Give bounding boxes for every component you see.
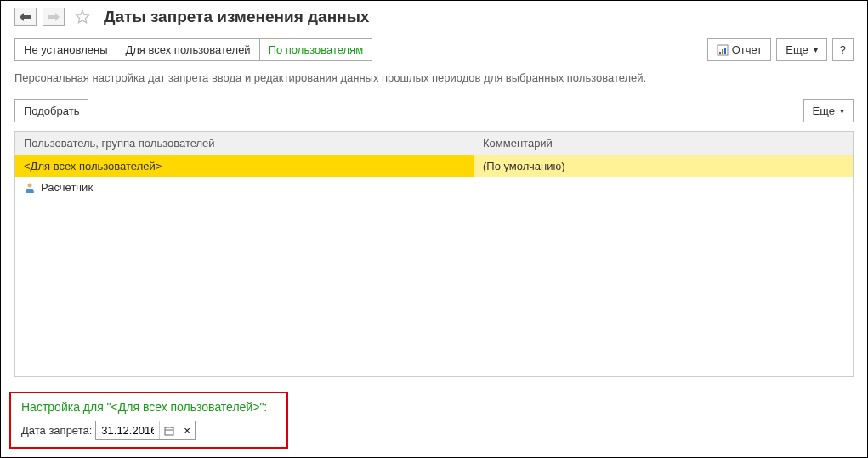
column-comment[interactable]: Комментарий	[474, 132, 853, 155]
select-button[interactable]: Подобрать	[14, 99, 88, 122]
favorite-star-icon[interactable]	[75, 9, 90, 25]
cell-comment: (По умолчанию)	[474, 155, 853, 177]
settings-panel: Настройка для "<Для всех пользователей>"…	[9, 392, 288, 449]
column-user[interactable]: Пользователь, группа пользователей	[15, 132, 474, 155]
svg-rect-1	[719, 52, 721, 54]
more-button[interactable]: Еще ▾	[776, 38, 826, 61]
description-text: Персональная настройка дат запрета ввода…	[1, 66, 867, 94]
users-table: Пользователь, группа пользователей Комме…	[14, 131, 854, 377]
date-label: Дата запрета:	[21, 424, 92, 437]
forward-button[interactable]	[43, 8, 65, 26]
calendar-icon	[164, 426, 174, 436]
calendar-button[interactable]	[159, 421, 179, 439]
tab-by-users[interactable]: По пользователям	[259, 38, 372, 61]
help-button[interactable]: ?	[832, 38, 854, 61]
tab-all-users[interactable]: Для всех пользователей	[116, 38, 259, 61]
cell-comment	[474, 177, 853, 198]
clear-date-button[interactable]: ×	[179, 421, 195, 439]
chevron-down-icon: ▾	[840, 106, 844, 116]
date-input[interactable]	[96, 421, 159, 439]
page-title: Даты запрета изменения данных	[104, 8, 369, 26]
table-row[interactable]: Расчетчик	[15, 177, 853, 198]
report-button[interactable]: Отчет	[707, 38, 772, 61]
svg-rect-3	[724, 48, 726, 54]
cell-user: <Для всех пользователей>	[15, 155, 474, 177]
svg-point-4	[28, 183, 32, 187]
table-row[interactable]: <Для всех пользователей> (По умолчанию)	[15, 155, 853, 177]
back-button[interactable]	[14, 8, 37, 26]
svg-rect-5	[165, 427, 173, 435]
report-icon	[717, 44, 729, 56]
settings-title: Настройка для "<Для всех пользователей>"…	[21, 400, 276, 414]
more-button-2[interactable]: Еще ▾	[803, 99, 854, 122]
tab-not-set[interactable]: Не установлены	[14, 38, 116, 61]
chevron-down-icon: ▾	[814, 45, 818, 54]
svg-rect-2	[722, 49, 723, 54]
user-icon	[24, 182, 36, 194]
cell-user: Расчетчик	[15, 177, 474, 198]
